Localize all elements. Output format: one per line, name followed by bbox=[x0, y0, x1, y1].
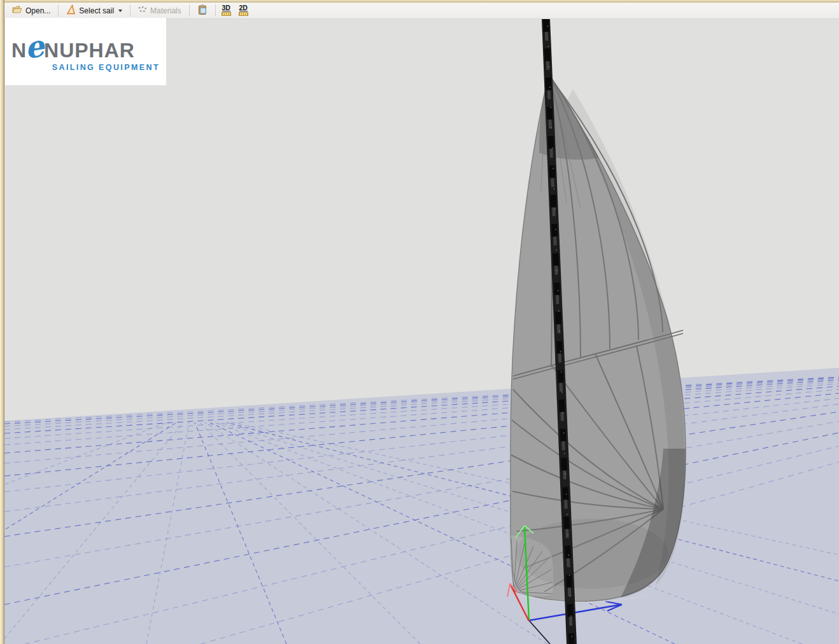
toolbar: Open... Select sail bbox=[4, 3, 839, 19]
open-button-label: Open... bbox=[25, 6, 50, 15]
logo-e-swoosh-icon: e bbox=[23, 31, 46, 63]
open-folder-icon bbox=[12, 6, 22, 16]
toolbar-separator bbox=[130, 4, 130, 17]
select-sail-button[interactable]: Select sail bbox=[60, 4, 128, 17]
app-window: Open... Select sail bbox=[0, 0, 839, 644]
open-button[interactable]: Open... bbox=[6, 4, 56, 17]
view-2d-button[interactable]: 2D bbox=[235, 4, 252, 17]
toolbar-separator bbox=[189, 4, 190, 17]
materials-button[interactable]: Materials bbox=[132, 4, 187, 17]
view-2d-button-label: 2D bbox=[239, 4, 248, 11]
logo-brand-rest: NUPHAR bbox=[44, 40, 135, 60]
materials-dots-icon bbox=[138, 6, 147, 15]
dropdown-caret-icon bbox=[118, 10, 122, 12]
toolbar-separator bbox=[215, 4, 216, 17]
logo-nenuphar: N e NUPHAR SAILING EQUIPMENT bbox=[5, 18, 166, 85]
clipboard-button[interactable] bbox=[192, 4, 213, 17]
clipboard-icon bbox=[197, 4, 208, 17]
ruler-3d-icon bbox=[222, 12, 231, 16]
window-frame-left bbox=[0, 0, 4, 644]
view-3d-button-label: 3D bbox=[222, 4, 230, 11]
view-3d-button[interactable]: 3D bbox=[218, 4, 235, 17]
materials-button-label: Materials bbox=[150, 6, 181, 15]
toolbar-separator bbox=[58, 4, 59, 17]
scene-3d bbox=[4, 19, 839, 644]
select-sail-button-label: Select sail bbox=[79, 6, 114, 15]
logo-brand-text: N e NUPHAR bbox=[11, 32, 160, 62]
sail-icon bbox=[66, 4, 76, 17]
ruler-2d-icon bbox=[239, 12, 248, 16]
viewport-3d[interactable] bbox=[4, 19, 839, 644]
